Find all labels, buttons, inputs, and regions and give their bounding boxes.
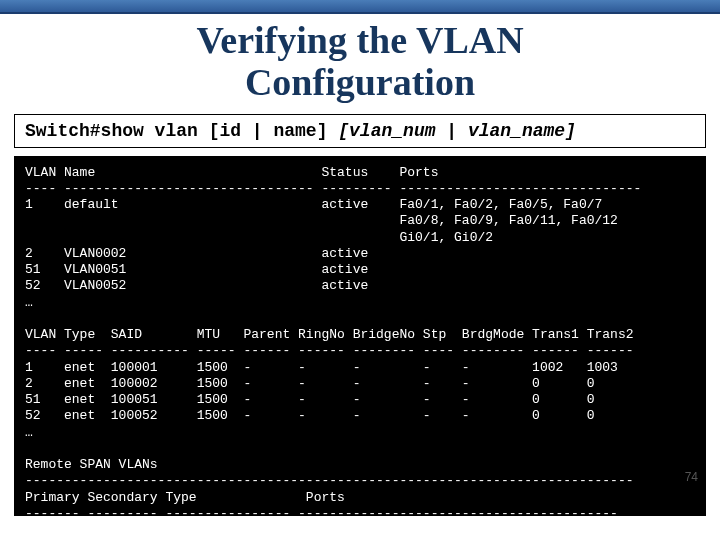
- title-line-1: Verifying the VLAN: [196, 19, 523, 61]
- sec3-title: Remote SPAN VLANs: [25, 457, 158, 472]
- sec2-header: VLAN Type SAID MTU Parent RingNo BridgeN…: [25, 327, 634, 342]
- command-italic: [vlan_num | vlan_name]: [338, 121, 576, 141]
- table-row: 2 enet 100002 1500 - - - - - 0 0: [25, 376, 595, 391]
- table-row: 52 VLAN0052 active: [25, 278, 368, 293]
- accent-bar: [0, 0, 720, 14]
- table-row: 1 default active Fa0/1, Fa0/2, Fa0/5, Fa…: [25, 197, 602, 212]
- sec1-header: VLAN Name Status Ports: [25, 165, 438, 180]
- table-row: …: [25, 425, 33, 440]
- page-number: 74: [685, 470, 698, 484]
- table-row: 1 enet 100001 1500 - - - - - 1002 1003: [25, 360, 618, 375]
- table-row: Gi0/1, Gi0/2: [25, 230, 493, 245]
- slide-title: Verifying the VLAN Configuration: [0, 14, 720, 112]
- command-plain: Switch#show vlan [id | name]: [25, 121, 338, 141]
- title-line-2: Configuration: [245, 61, 475, 103]
- sec2-divider: ---- ----- ---------- ----- ------ -----…: [25, 343, 634, 358]
- sec1-divider: ---- -------------------------------- --…: [25, 181, 641, 196]
- table-row: Fa0/8, Fa0/9, Fa0/11, Fa0/12: [25, 213, 618, 228]
- table-row: 51 enet 100051 1500 - - - - - 0 0: [25, 392, 595, 407]
- terminal-output: VLAN Name Status Ports ---- ------------…: [14, 156, 706, 516]
- command-box: Switch#show vlan [id | name] [vlan_num |…: [14, 114, 706, 148]
- table-row: …: [25, 295, 33, 310]
- sec3-header: Primary Secondary Type Ports: [25, 490, 345, 505]
- table-row: 51 VLAN0051 active: [25, 262, 368, 277]
- sec3-divider2: ------- --------- ---------------- -----…: [25, 506, 618, 516]
- sec3-divider: ----------------------------------------…: [25, 473, 634, 488]
- table-row: 2 VLAN0002 active: [25, 246, 368, 261]
- table-row: 52 enet 100052 1500 - - - - - 0 0: [25, 408, 595, 423]
